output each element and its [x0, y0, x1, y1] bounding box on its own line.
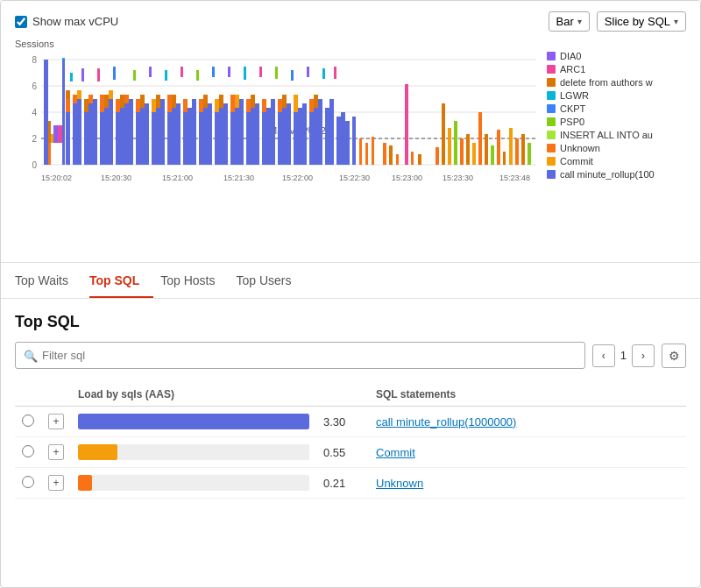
search-icon: 🔍 [24, 349, 38, 362]
svg-rect-51 [136, 112, 140, 165]
col-header-load: Load by sqls (AAS) [71, 383, 316, 407]
svg-rect-107 [287, 103, 291, 165]
show-max-vcpu-checkbox[interactable] [15, 16, 27, 28]
show-max-vcpu-control: Show max vCPU [15, 15, 118, 28]
bar-fill-1 [78, 414, 309, 429]
legend-label-dia0: DIA0 [560, 51, 581, 61]
svg-text:6: 6 [32, 81, 37, 91]
table-row: + 0.21 Unknown [15, 468, 686, 499]
sql-link-1[interactable]: call minute_rollup(1000000) [376, 415, 516, 429]
legend-label-lgwr: LGWR [560, 90, 589, 101]
row-radio-2[interactable] [22, 445, 34, 457]
svg-rect-153 [528, 143, 531, 165]
settings-button[interactable]: ⚙ [662, 344, 686, 368]
svg-rect-69 [183, 112, 188, 165]
svg-rect-78 [208, 103, 212, 165]
pagination: ‹ 1 › [592, 344, 655, 367]
expand-button-1[interactable]: + [48, 414, 64, 429]
expand-button-2[interactable]: + [48, 444, 64, 460]
svg-rect-85 [228, 67, 230, 77]
svg-text:15:21:30: 15:21:30 [223, 174, 254, 182]
svg-rect-125 [345, 121, 350, 165]
svg-rect-50 [133, 70, 136, 81]
row-value-1: 3.30 [316, 407, 369, 437]
svg-rect-24 [70, 73, 73, 81]
svg-rect-44 [116, 99, 120, 112]
expand-button-3[interactable]: + [48, 475, 64, 491]
svg-rect-52 [136, 99, 140, 112]
legend-color-psp0 [547, 117, 556, 126]
sql-link-2[interactable]: Commit [376, 446, 415, 459]
legend-item-ckpt: CKPT [547, 103, 687, 114]
svg-rect-83 [219, 95, 223, 108]
svg-rect-70 [183, 99, 188, 112]
svg-rect-80 [215, 112, 219, 165]
tab-top-hosts[interactable]: Top Hosts [160, 263, 229, 298]
legend-label-psp0: PSP0 [560, 117, 584, 127]
svg-rect-152 [521, 134, 525, 165]
svg-rect-28 [77, 90, 81, 99]
chart-type-select[interactable]: Bar ▾ [549, 11, 590, 32]
svg-rect-68 [181, 67, 183, 77]
svg-rect-56 [149, 67, 152, 77]
svg-rect-62 [165, 70, 167, 81]
chart-area: Sessions 8 6 4 2 0 [15, 39, 686, 255]
row-radio-3[interactable] [22, 476, 34, 488]
svg-rect-119 [322, 68, 325, 79]
row-value-2: 0.55 [316, 437, 369, 468]
svg-rect-79 [212, 67, 215, 77]
tabs-nav: Top Waits Top SQL Top Hosts Top Users [1, 263, 700, 298]
svg-rect-74 [199, 112, 203, 165]
bar-track-3 [78, 475, 309, 491]
svg-rect-13 [44, 86, 48, 165]
svg-rect-25 [73, 103, 77, 165]
legend-item-dia0: DIA0 [547, 51, 687, 61]
svg-rect-108 [291, 70, 294, 81]
svg-rect-145 [478, 112, 482, 165]
prev-page-button[interactable]: ‹ [592, 344, 615, 367]
svg-rect-29 [81, 68, 84, 81]
svg-rect-37 [100, 95, 104, 112]
svg-rect-63 [167, 112, 172, 165]
svg-rect-38 [104, 108, 109, 165]
svg-rect-35 [97, 68, 100, 81]
tab-top-sql[interactable]: Top SQL [89, 263, 153, 298]
svg-text:4: 4 [32, 108, 37, 117]
filter-sql-input[interactable] [15, 342, 585, 369]
svg-rect-12 [44, 60, 48, 86]
svg-rect-77 [203, 95, 208, 108]
legend-item-call: call minute_rollup(100 [547, 169, 687, 180]
svg-rect-72 [192, 99, 196, 165]
tab-top-users[interactable]: Top Users [237, 263, 306, 298]
svg-rect-141 [454, 121, 457, 165]
svg-rect-19 [62, 60, 65, 165]
col-header-sql: SQL statements [369, 383, 686, 407]
table-header-row: Load by sqls (AAS) SQL statements [15, 383, 686, 407]
svg-rect-116 [314, 108, 318, 165]
svg-rect-127 [352, 117, 356, 134]
chart-type-label: Bar [556, 15, 574, 28]
legend-color-dia0 [547, 52, 556, 60]
svg-rect-84 [223, 103, 228, 165]
svg-rect-46 [120, 95, 124, 108]
legend-label-arc1: ARC1 [560, 64, 585, 74]
row-radio-1[interactable] [22, 414, 34, 427]
tab-top-waits[interactable]: Top Waits [15, 263, 82, 298]
sql-link-3[interactable]: Unknown [376, 477, 423, 490]
svg-rect-134 [405, 93, 408, 165]
row-sql-cell-3: Unknown [369, 468, 686, 499]
svg-text:15:22:00: 15:22:00 [282, 174, 313, 182]
svg-rect-146 [485, 134, 488, 165]
svg-text:15:21:00: 15:21:00 [162, 174, 193, 182]
legend-item-insert: INSERT ALL INTO au [547, 130, 687, 140]
svg-rect-133 [396, 154, 399, 165]
chart-section: Show max vCPU Bar ▾ Slice by SQL ▾ Sessi… [1, 1, 700, 263]
svg-rect-118 [318, 99, 322, 165]
svg-rect-64 [167, 95, 172, 112]
svg-rect-129 [365, 143, 368, 165]
svg-rect-131 [383, 143, 386, 165]
svg-rect-92 [246, 112, 251, 165]
svg-rect-20 [62, 58, 65, 60]
slice-by-select[interactable]: Slice by SQL ▾ [597, 11, 686, 32]
next-page-button[interactable]: › [632, 344, 655, 367]
